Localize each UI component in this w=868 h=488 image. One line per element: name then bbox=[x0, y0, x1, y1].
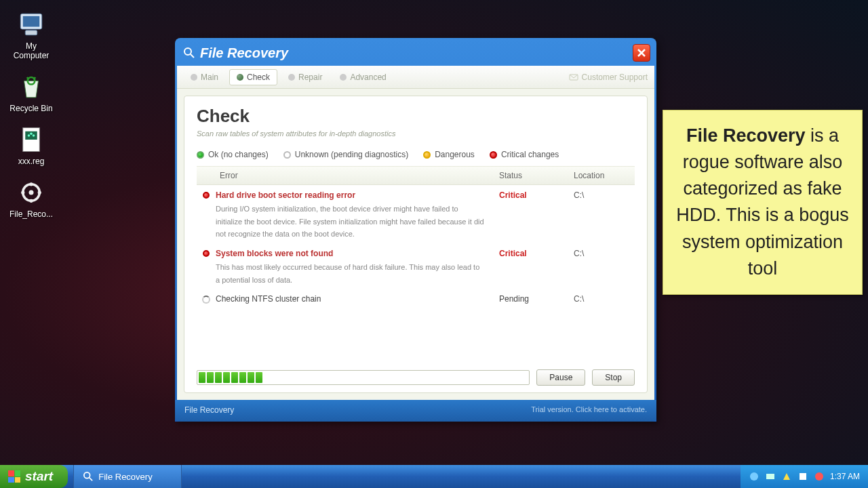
progress-bar bbox=[197, 370, 530, 385]
legend-unknown: Unknown (pending diagnostics) bbox=[283, 150, 408, 159]
svg-point-10 bbox=[38, 190, 41, 194]
col-error: Error bbox=[197, 171, 499, 180]
error-title: Hard drive boot sector reading error bbox=[216, 190, 486, 200]
callout-strong: File Recovery bbox=[686, 125, 806, 146]
legend: Ok (no changes) Unknown (pending diagnos… bbox=[197, 146, 635, 167]
desktop-icon-my-computer[interactable]: My Computer bbox=[7, 10, 56, 60]
trial-link[interactable]: Trial version. Click here to activate. bbox=[531, 405, 647, 415]
start-button[interactable]: start bbox=[0, 465, 68, 488]
app-window: File Recovery Main Check Repair Advanced… bbox=[175, 38, 656, 422]
titlebar[interactable]: File Recovery bbox=[177, 40, 654, 66]
svg-rect-21 bbox=[800, 473, 806, 480]
dot-green-icon bbox=[197, 151, 204, 159]
svg-point-17 bbox=[84, 472, 90, 479]
reg-file-icon bbox=[17, 125, 45, 154]
pause-button[interactable]: Pause bbox=[536, 369, 585, 386]
panel: Check Scan raw tables of system attribut… bbox=[184, 96, 648, 393]
tab-repair[interactable]: Repair bbox=[281, 70, 329, 85]
tab-advanced[interactable]: Advanced bbox=[333, 70, 393, 85]
error-title: Checking NTFS cluster chain bbox=[216, 294, 486, 304]
svg-point-13 bbox=[29, 190, 34, 195]
location-cell: C:\ bbox=[574, 249, 635, 286]
desktop-icon-label: xxx.reg bbox=[18, 157, 45, 166]
annotation-callout: File Recovery is a rogue software also c… bbox=[663, 110, 863, 295]
desktop-icon-file-recovery[interactable]: File_Reco... bbox=[7, 178, 56, 219]
tray-icon bbox=[797, 471, 808, 482]
legend-dangerous: Dangerous bbox=[423, 150, 475, 159]
clock: 1:37 AM bbox=[830, 472, 860, 481]
file-recovery-shortcut-icon bbox=[17, 178, 45, 207]
system-tray[interactable]: 1:37 AM bbox=[741, 465, 868, 488]
dot-red-icon bbox=[490, 151, 497, 159]
location-cell: C:\ bbox=[574, 190, 635, 241]
table-header: Error Status Location bbox=[197, 167, 635, 185]
tray-icon bbox=[814, 471, 825, 482]
tray-icon bbox=[749, 471, 760, 482]
legend-critical: Critical changes bbox=[490, 150, 559, 159]
windows-logo-icon bbox=[8, 470, 20, 483]
status-cell: Critical bbox=[499, 190, 574, 241]
my-computer-icon bbox=[17, 10, 45, 39]
rows: Hard drive boot sector reading error Dur… bbox=[197, 185, 635, 361]
status-cell: Pending bbox=[499, 294, 574, 304]
location-cell: C:\ bbox=[574, 294, 635, 304]
magnifier-icon bbox=[83, 472, 93, 481]
severity-icon bbox=[203, 250, 210, 257]
svg-rect-20 bbox=[766, 474, 774, 479]
svg-point-6 bbox=[33, 134, 35, 137]
tray-icon bbox=[765, 471, 776, 482]
panel-subtitle: Scan raw tables of system attributes for… bbox=[197, 129, 635, 138]
severity-icon bbox=[203, 192, 210, 199]
dot-grey-icon bbox=[283, 151, 291, 159]
tab-main[interactable]: Main bbox=[184, 70, 225, 85]
status-cell: Critical bbox=[499, 249, 574, 286]
error-desc: During I/O system initialization, the bo… bbox=[216, 203, 486, 241]
desktop-icon-label: File_Reco... bbox=[9, 209, 53, 219]
svg-point-19 bbox=[750, 472, 758, 481]
table-row[interactable]: Checking NTFS cluster chain Pending C:\ bbox=[197, 289, 635, 306]
toolbar: Main Check Repair Advanced Customer Supp… bbox=[177, 66, 654, 89]
legend-ok: Ok (no changes) bbox=[197, 150, 269, 159]
taskbar-task-file-recovery[interactable]: File Recovery bbox=[73, 465, 182, 488]
svg-line-15 bbox=[191, 54, 194, 58]
desktop-icon-label: My Computer bbox=[14, 41, 50, 60]
svg-point-22 bbox=[815, 472, 823, 481]
error-desc: This has most likely occurred because of… bbox=[216, 261, 486, 286]
taskbar: start File Recovery 1:37 AM bbox=[0, 465, 868, 488]
col-location: Location bbox=[574, 171, 635, 180]
desktop-icon-regfile[interactable]: xxx.reg bbox=[7, 125, 56, 166]
progress-row: Pause Stop bbox=[197, 369, 635, 386]
desktop-icon-label: Recycle Bin bbox=[9, 104, 52, 113]
dot-orange-icon bbox=[423, 151, 431, 159]
svg-point-14 bbox=[184, 48, 191, 55]
tab-check[interactable]: Check bbox=[229, 69, 277, 85]
svg-rect-1 bbox=[23, 16, 40, 27]
close-icon bbox=[637, 48, 646, 58]
tray-icon bbox=[781, 471, 792, 482]
svg-point-7 bbox=[30, 133, 33, 136]
svg-point-9 bbox=[29, 182, 33, 186]
magnifier-icon bbox=[184, 47, 195, 58]
svg-rect-2 bbox=[25, 30, 37, 35]
support-icon bbox=[569, 73, 578, 82]
desktop-icon-recycle-bin[interactable]: Recycle Bin bbox=[7, 73, 56, 113]
stop-button[interactable]: Stop bbox=[592, 369, 635, 386]
client-area: Check Scan raw tables of system attribut… bbox=[177, 89, 654, 400]
error-title: System blocks were not found bbox=[216, 249, 486, 258]
svg-line-18 bbox=[90, 478, 92, 481]
svg-point-11 bbox=[29, 199, 33, 203]
spinner-icon bbox=[202, 296, 210, 304]
table-row[interactable]: System blocks were not found This has mo… bbox=[197, 243, 635, 289]
close-button[interactable] bbox=[633, 44, 650, 62]
recycle-bin-icon bbox=[17, 73, 45, 101]
panel-heading: Check bbox=[197, 106, 635, 127]
svg-point-12 bbox=[21, 190, 24, 194]
window-title: File Recovery bbox=[200, 45, 633, 61]
footer-brand: File Recovery bbox=[184, 405, 234, 415]
desktop-icons: My Computer Recycle Bin xxx.reg File_Rec… bbox=[7, 10, 61, 231]
table-row[interactable]: Hard drive boot sector reading error Dur… bbox=[197, 185, 635, 243]
window-footer: File Recovery Trial version. Click here … bbox=[175, 400, 656, 422]
col-status: Status bbox=[499, 171, 574, 180]
customer-support-link[interactable]: Customer Support bbox=[569, 73, 648, 82]
svg-point-5 bbox=[28, 134, 31, 137]
